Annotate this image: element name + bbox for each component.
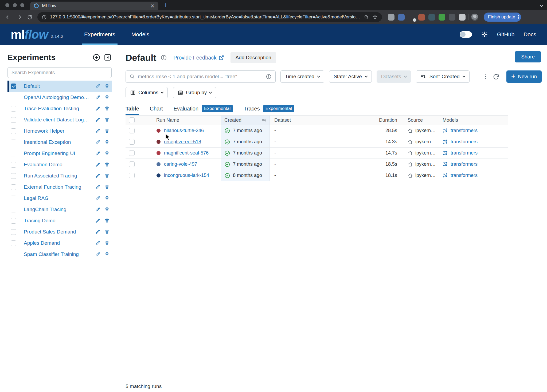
experiment-list-item[interactable]: Validate client Dataset Logging: [7, 114, 112, 125]
view-tab[interactable]: Traces Experimental: [244, 105, 294, 115]
run-name-link[interactable]: incongruous-lark-154: [164, 173, 209, 178]
table-row[interactable]: magnificent-seal-576 7 months ago - 14.7…: [126, 148, 508, 159]
delete-trash-icon[interactable]: [104, 95, 110, 100]
experiment-name-link[interactable]: Apples Demand: [24, 240, 60, 246]
experiment-name-link[interactable]: Intentional Exception: [24, 139, 71, 145]
delete-trash-icon[interactable]: [104, 184, 110, 190]
delete-trash-icon[interactable]: [104, 128, 110, 134]
extension-icon[interactable]: [428, 14, 435, 21]
delete-trash-icon[interactable]: [104, 106, 110, 111]
experiment-checkbox[interactable]: [11, 229, 16, 235]
experiment-checkbox[interactable]: [11, 84, 16, 89]
profile-avatar[interactable]: [471, 14, 478, 21]
search-info-icon[interactable]: [266, 74, 272, 80]
edit-pencil-icon[interactable]: [95, 184, 100, 190]
run-name-link[interactable]: hilarious-turtle-246: [164, 128, 204, 133]
experiment-checkbox[interactable]: [11, 162, 16, 168]
edit-pencil-icon[interactable]: [95, 140, 100, 145]
edit-pencil-icon[interactable]: [95, 252, 100, 257]
delete-trash-icon[interactable]: [104, 240, 110, 246]
time-created-dropdown[interactable]: Time created: [280, 70, 324, 83]
mlflow-logo[interactable]: mlflow 2.14.2: [11, 24, 63, 45]
experiment-checkbox[interactable]: [11, 117, 16, 123]
experiment-list-item[interactable]: LangChain Tracing: [7, 204, 112, 215]
extension-icon[interactable]: [398, 14, 405, 21]
experiment-name-link[interactable]: Run Associated Tracing: [24, 173, 77, 179]
extension-icon[interactable]: [388, 14, 394, 21]
row-checkbox[interactable]: [129, 173, 135, 178]
share-button[interactable]: Share: [515, 51, 541, 62]
state-dropdown[interactable]: State: Active: [329, 70, 372, 83]
experiment-checkbox[interactable]: [11, 95, 16, 100]
experiment-list-item[interactable]: Homework Helper: [7, 125, 112, 137]
edit-pencil-icon[interactable]: [95, 240, 100, 246]
experiment-list-item[interactable]: Default: [7, 81, 112, 92]
nav-models[interactable]: Models: [130, 24, 151, 45]
experiment-list-item[interactable]: OpenAI Autologging Demons…: [7, 92, 112, 103]
experiment-name-link[interactable]: External Function Tracing: [24, 184, 81, 190]
tab-search-chevron-icon[interactable]: [540, 3, 543, 7]
experiment-name-link[interactable]: Prompt Engineering UI: [24, 151, 75, 156]
experiment-name-link[interactable]: Homework Helper: [24, 128, 64, 134]
experiment-checkbox[interactable]: [11, 151, 16, 156]
browser-tab[interactable]: MLflow ✕: [30, 2, 158, 10]
experiment-list-item[interactable]: Prompt Engineering UI: [7, 148, 112, 159]
provide-feedback-link[interactable]: Provide Feedback: [173, 55, 224, 61]
experiment-name-link[interactable]: Trace Evaluation Testing: [24, 106, 79, 112]
delete-trash-icon[interactable]: [104, 218, 110, 223]
sort-desc-icon[interactable]: [261, 118, 267, 123]
reload-button[interactable]: [25, 13, 34, 22]
extension-icon[interactable]: [418, 14, 425, 21]
row-checkbox[interactable]: [129, 128, 135, 133]
experiment-name-link[interactable]: Spam Classifier Training: [24, 251, 79, 257]
edit-pencil-icon[interactable]: [95, 173, 100, 179]
experiment-info-icon[interactable]: [161, 54, 167, 61]
edit-pencil-icon[interactable]: [95, 218, 100, 223]
edit-pencil-icon[interactable]: [95, 151, 100, 156]
experiment-checkbox[interactable]: [11, 218, 16, 224]
experiment-name-link[interactable]: LangChain Tracing: [24, 207, 67, 212]
runs-search-box[interactable]: [126, 70, 276, 83]
model-link[interactable]: transformers: [451, 139, 478, 145]
collapse-sidebar-button[interactable]: [104, 53, 112, 61]
gear-icon[interactable]: [481, 31, 488, 38]
chrome-menu-icon[interactable]: [518, 15, 519, 19]
experiment-name-link[interactable]: OpenAI Autologging Demons…: [24, 94, 91, 100]
experiment-name-link[interactable]: Legal RAG: [24, 195, 49, 201]
delete-trash-icon[interactable]: [104, 196, 110, 201]
finish-update-button[interactable]: Finish update: [484, 13, 521, 22]
delete-trash-icon[interactable]: [104, 162, 110, 167]
forward-button[interactable]: [14, 13, 24, 22]
experiment-list-item[interactable]: Intentional Exception: [7, 137, 112, 148]
new-tab-button[interactable]: +: [164, 1, 168, 9]
site-info-icon[interactable]: [42, 15, 47, 20]
sort-dropdown[interactable]: Sort: Created: [416, 70, 470, 83]
edit-pencil-icon[interactable]: [95, 95, 100, 100]
experiment-list-item[interactable]: Evaluation Demo: [7, 159, 112, 170]
experiment-checkbox[interactable]: [11, 106, 16, 112]
delete-trash-icon[interactable]: [104, 207, 110, 212]
experiment-checkbox[interactable]: [11, 140, 16, 145]
experiment-list-item[interactable]: Legal RAG: [7, 193, 112, 204]
table-row[interactable]: incongruous-lark-154 8 months ago - 18.1…: [126, 170, 508, 181]
table-row[interactable]: receptive-eel-518 7 months ago - 14.3s: [126, 136, 508, 148]
experiment-checkbox[interactable]: [11, 184, 16, 190]
datasets-dropdown[interactable]: Datasets: [377, 70, 411, 83]
url-bar[interactable]: 127.0.0.1:5000/#/experiments/0?searchFil…: [37, 12, 382, 22]
add-description-button[interactable]: Add Description: [230, 52, 276, 63]
window-controls[interactable]: [0, 0, 30, 10]
model-link[interactable]: transformers: [451, 128, 478, 133]
table-row[interactable]: caring-vole-497 7 months ago - 18.5s: [126, 159, 508, 170]
experiment-checkbox[interactable]: [11, 240, 16, 246]
url-text[interactable]: 127.0.0.1:5000/#/experiments/0?searchFil…: [50, 14, 361, 20]
edit-pencil-icon[interactable]: [95, 84, 100, 89]
run-name-link[interactable]: magnificent-seal-576: [164, 150, 209, 156]
bookmark-star-icon[interactable]: [372, 14, 378, 20]
experiment-name-link[interactable]: Default: [24, 83, 40, 89]
header-created[interactable]: Created: [221, 116, 270, 125]
run-name-link[interactable]: caring-vole-497: [164, 161, 197, 167]
experiment-name-link[interactable]: Validate client Dataset Logging: [24, 117, 91, 123]
delete-trash-icon[interactable]: [104, 84, 110, 89]
select-all-checkbox[interactable]: [129, 117, 135, 123]
new-run-button[interactable]: +New run: [506, 70, 542, 83]
